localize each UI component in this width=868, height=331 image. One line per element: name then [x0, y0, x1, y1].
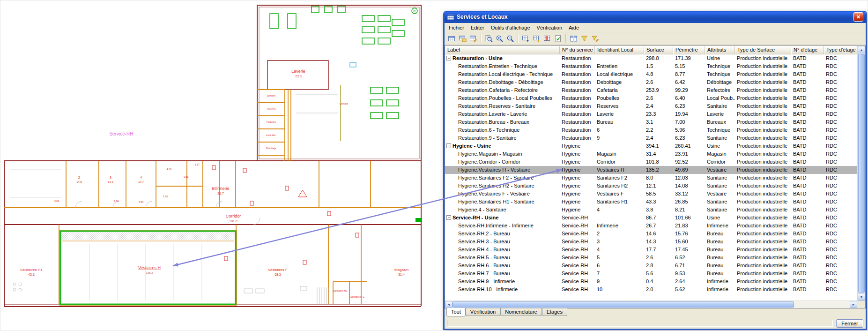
grid-cell: Hygiene [560, 190, 595, 198]
grid-row[interactable]: Service-RH.2 - BureauService-RH214.615.7… [445, 230, 857, 238]
grid-group-row[interactable]: −Restauration - UsineRestauration298.817… [445, 54, 857, 62]
grid-row[interactable]: Hygiene.Magasin - MagasinHygieneMagasin3… [445, 150, 857, 158]
grid-row[interactable]: Hygiene.Vestiaires F - VestiaireHygieneV… [445, 190, 857, 198]
plan-label: Corridor [226, 214, 241, 218]
grid-row[interactable]: Restauration.Local électrique - Techniqu… [445, 70, 857, 78]
column-header-6[interactable]: Type de Surface [735, 46, 791, 54]
plan-label: 26.7 [217, 192, 224, 195]
window-titlebar[interactable]: Services et Locaux ✕ [445, 11, 866, 23]
vertical-scrollbar[interactable]: ▲ ▼ [857, 46, 865, 301]
grid-row[interactable]: Restauration.9 - SanitaireRestauration92… [445, 134, 857, 142]
menu-item-outils-affichage[interactable]: Outils d'affichage [488, 24, 534, 31]
menu-item-verification[interactable]: Vérification [534, 24, 565, 31]
tab-nomenclature[interactable]: Nomenclature [500, 308, 542, 316]
columns-visibility-button[interactable] [568, 33, 579, 44]
grid-row[interactable]: Hygiene.4 - SanitaireHygiene43.88.21Sani… [445, 206, 857, 214]
column-header-2[interactable]: Identifiant Local [595, 46, 644, 54]
plan-label: Deboittage [266, 147, 276, 150]
grid-cell: 6.40 [673, 94, 705, 102]
tab-verification[interactable]: Vérification [466, 308, 500, 316]
column-move-icon [533, 35, 541, 43]
zoom-out-button[interactable] [505, 33, 516, 44]
grid-group-row[interactable]: −Service-RH - UsineService-RH86.7101.66U… [445, 214, 857, 222]
grid-row[interactable]: Service-RH.7 - BureauService-RH75.69.53B… [445, 270, 857, 278]
column-format-button[interactable] [542, 33, 553, 44]
column-move-button[interactable] [531, 33, 542, 44]
grid-row[interactable]: Restauration.Entretien - TechniqueRestau… [445, 62, 857, 70]
scroll-up-icon[interactable]: ▲ [858, 46, 865, 53]
collapse-toggle-icon[interactable]: − [446, 143, 451, 148]
column-header-5[interactable]: Attributs [705, 46, 735, 54]
column-insert-button[interactable] [520, 33, 531, 44]
grid-cell: Magasin [595, 150, 644, 158]
menu-item-aide[interactable]: Aide [565, 24, 582, 31]
table-save-button[interactable] [457, 33, 468, 44]
horizontal-scroll-thumb[interactable] [453, 301, 794, 308]
zoom-in-button[interactable] [494, 33, 505, 44]
collapse-toggle-icon[interactable]: − [446, 215, 451, 220]
menu-item-editer[interactable]: Editer [467, 24, 488, 31]
column-header-0[interactable]: Label [445, 46, 560, 54]
horizontal-scroll-track[interactable] [453, 301, 850, 308]
plan-label: 1.67 [195, 163, 200, 166]
column-header-3[interactable]: Surface [644, 46, 673, 54]
column-header-4[interactable]: Périmètre [673, 46, 705, 54]
grid-cell: 5 [595, 254, 644, 262]
table-button[interactable] [446, 33, 457, 44]
grid-row[interactable]: Service-RH.10 - InfirmerieService-RH102.… [445, 286, 857, 293]
menu-item-fichier[interactable]: Fichier [445, 24, 467, 31]
column-header-7[interactable]: N° d'étage [791, 46, 824, 54]
filter-button[interactable] [579, 33, 590, 44]
zoom-extents-button[interactable] [483, 33, 494, 44]
grid-row[interactable]: Hygiene.Corridor - CorridorHygieneCorrid… [445, 158, 857, 166]
grid-cell: Vestiaire [705, 166, 735, 174]
grid-row[interactable]: Hygiene.Sanitaires H2 - SanitaireHygiene… [445, 182, 857, 190]
row-label: Hygiene.Sanitaires H2 - Sanitaire [445, 182, 534, 189]
row-label: Hygiene.Vestiaires F - Vestiaire [445, 190, 530, 197]
grid-group-row[interactable]: −Hygiene - UsineHygiene394.1260.41UsineP… [445, 142, 857, 150]
filter-edit-button[interactable] [590, 33, 601, 44]
scroll-left-icon[interactable]: ◄ [445, 301, 453, 308]
table-edit-button[interactable] [468, 33, 479, 44]
grid-row[interactable]: Service-RH.Infirmerie - InfirmerieServic… [445, 222, 857, 230]
grid-row[interactable]: Hygiene.Vestiaires H - VestiaireHygieneV… [445, 166, 857, 174]
grid-cell: Production industrielle [735, 94, 791, 102]
grid-cell: Local Poub... [705, 94, 735, 102]
fermer-button[interactable]: Fermer [836, 319, 863, 328]
grid-cell: Hygiene [560, 198, 595, 206]
grid-row[interactable]: Restauration.Deboittage - DéboittageRest… [445, 78, 857, 86]
grid-row[interactable]: Service-RH.4 - BureauService-RH417.717.4… [445, 246, 857, 254]
validate-button[interactable] [553, 33, 564, 44]
grid-cell: BATD [791, 78, 824, 86]
grid-row[interactable]: Service-RH.5 - BureauService-RH52.66.52B… [445, 254, 857, 262]
grid-row[interactable]: Restauration.Cafetaria - RefectoireResta… [445, 86, 857, 94]
grid-cell: RDC [824, 94, 857, 102]
row-label: Restauration - Usine [445, 54, 503, 62]
grid-row[interactable]: Restauration.Reserves - SanitaireRestaur… [445, 102, 857, 110]
tab-tout[interactable]: Tout [446, 308, 466, 316]
grid-cell: Production industrielle [735, 70, 791, 78]
vertical-scroll-thumb[interactable] [858, 54, 865, 293]
grid-row[interactable]: Service-RH.3 - BureauService-RH314.315.6… [445, 238, 857, 246]
grid-row[interactable]: Restauration.Bureau - BureauxRestauratio… [445, 118, 857, 126]
grid-cell: RDC [824, 246, 857, 254]
horizontal-scrollbar[interactable]: ◄ ► [445, 301, 865, 308]
grid-row[interactable]: Service-RH.9 - InfirmerieService-RH90.42… [445, 278, 857, 286]
menu-bar: Fichier Editer Outils d'affichage Vérifi… [445, 23, 866, 32]
column-header-8[interactable]: Type d'étage [824, 46, 857, 54]
grid-cell: 31.4 [644, 150, 673, 158]
grid-row[interactable]: Service-RH.6 - BureauService-RH62.86.71B… [445, 262, 857, 270]
grid-row[interactable]: Restauration.Laverie - LaverieRestaurati… [445, 110, 857, 118]
close-icon[interactable]: ✕ [853, 12, 863, 22]
grid-row[interactable]: Restauration.6 - TechniqueRestauration62… [445, 126, 857, 134]
grid-row[interactable]: Restauration.Poubelles - Local Poubelles… [445, 94, 857, 102]
plan-label: 14.8 [76, 181, 82, 183]
grid-row[interactable]: Hygiene.Sanitaires F2 - SanitaireHygiene… [445, 174, 857, 182]
scroll-down-icon[interactable]: ▼ [858, 293, 865, 301]
tab-etages[interactable]: Etages [542, 308, 567, 316]
scroll-right-icon[interactable]: ► [850, 301, 857, 308]
collapse-toggle-icon[interactable]: − [446, 56, 451, 60]
grid-row[interactable]: Hygiene.Sanitaires H1 - SanitaireHygiene… [445, 198, 857, 206]
column-header-1[interactable]: N° du service [560, 46, 595, 54]
grid-cell: Production industrielle [735, 190, 791, 198]
